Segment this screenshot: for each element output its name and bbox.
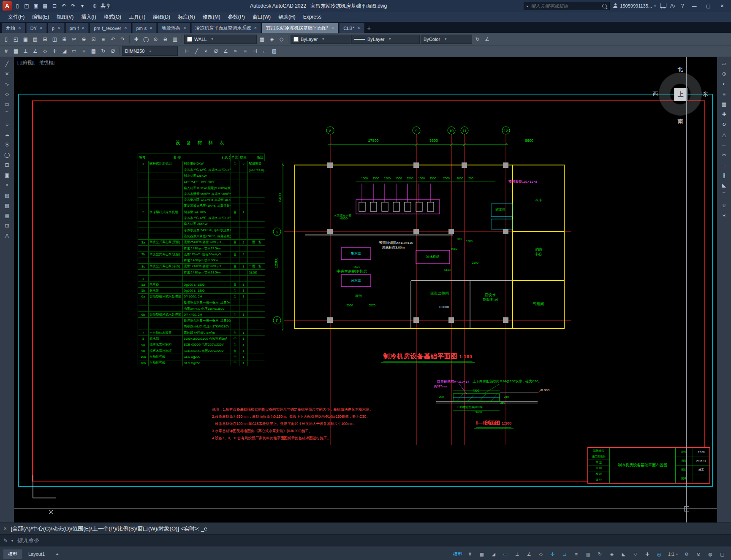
- compass-north[interactable]: 北: [678, 66, 683, 73]
- menu-parametric[interactable]: 参数(P): [224, 12, 249, 22]
- table-tool-icon[interactable]: ⊞: [2, 221, 12, 230]
- units-icon[interactable]: ∅: [109, 47, 117, 56]
- dim-aligned-icon[interactable]: ╱: [192, 47, 201, 56]
- chamfer-tool-icon[interactable]: ◣: [719, 181, 729, 189]
- dim-radius-icon[interactable]: ◐: [202, 47, 211, 56]
- compass-top-face[interactable]: 上: [674, 88, 688, 101]
- search-icon[interactable]: [602, 4, 607, 8]
- tab-close-icon[interactable]: ✕: [82, 26, 85, 30]
- make-layer-current-icon[interactable]: ◈: [267, 35, 276, 43]
- polar-icon[interactable]: ∠: [31, 47, 40, 56]
- view-compass[interactable]: 北 西 东 南 上: [649, 62, 712, 126]
- compass-west[interactable]: 西: [653, 90, 658, 98]
- tab-ldjf[interactable]: 冷冻机房平面及空调水系统 ✕: [191, 23, 261, 33]
- tab-pm-f[interactable]: pm-f ✕: [65, 23, 89, 33]
- polyline-tool-icon[interactable]: ∿: [2, 79, 12, 88]
- tab-p[interactable]: p ✕: [48, 23, 65, 33]
- line-tool-icon[interactable]: ╱: [2, 59, 12, 68]
- properties-icon[interactable]: ▥: [171, 35, 179, 43]
- command-input-row[interactable]: ✎ ▾ 键入命令: [0, 534, 731, 546]
- layer-previous-icon[interactable]: ◇: [277, 35, 286, 43]
- open-icon[interactable]: ◰: [22, 2, 31, 10]
- menu-dimension[interactable]: 标注(N): [174, 12, 199, 22]
- drawing-canvas[interactable]: [-][俯视][二维线框]: [14, 57, 717, 522]
- tab-close-icon[interactable]: ✕: [254, 26, 257, 30]
- menu-tools[interactable]: 工具(T): [125, 12, 149, 22]
- extend-tool-icon[interactable]: →: [719, 160, 729, 169]
- close-button[interactable]: ✕: [716, 1, 728, 11]
- compass-south[interactable]: 南: [678, 118, 683, 125]
- command-customize-icon[interactable]: ✎: [3, 538, 8, 544]
- dim-baseline-icon[interactable]: ≡: [241, 47, 250, 56]
- workspace-switch-icon[interactable]: ⚙: [681, 550, 692, 558]
- menu-insert[interactable]: 插入(I): [77, 12, 100, 22]
- rectangle-tool-icon[interactable]: ▭: [2, 100, 12, 108]
- snap-icon[interactable]: #: [2, 47, 11, 56]
- array-tool-icon[interactable]: ▦: [719, 100, 729, 108]
- saveas-icon[interactable]: ▤: [41, 2, 49, 10]
- insert-block-tool-icon[interactable]: ⊡: [2, 160, 12, 169]
- create-block-tool-icon[interactable]: ▣: [2, 170, 12, 179]
- model-tab[interactable]: 模型: [3, 549, 22, 559]
- qat-customize-icon[interactable]: ▾: [78, 2, 87, 10]
- command-prompt[interactable]: 键入命令: [17, 537, 39, 544]
- redo-icon[interactable]: ↷: [69, 2, 77, 10]
- tab-close-icon[interactable]: ✕: [357, 26, 360, 30]
- menu-modify[interactable]: 修改(M): [199, 12, 224, 22]
- search-field[interactable]: ▸: [524, 2, 610, 10]
- tab-active-dwg[interactable]: 宜昌东站冷冻机房基础平面图* ✕: [262, 23, 338, 33]
- tab-close-icon[interactable]: ✕: [18, 26, 21, 30]
- redo-icon[interactable]: ↷: [118, 35, 127, 43]
- tab-close-icon[interactable]: ✕: [57, 26, 60, 30]
- share-button[interactable]: ⊕ 共享: [88, 2, 113, 10]
- plot-icon[interactable]: ⊟: [50, 2, 59, 10]
- ellipse-tool-icon[interactable]: ◯: [2, 150, 12, 159]
- restore-button[interactable]: ▢: [702, 1, 715, 11]
- tab-pm-f-recover[interactable]: pm-f_recover ✕: [90, 23, 131, 33]
- command-close-icon[interactable]: ✕: [3, 526, 7, 531]
- dim-linear-icon[interactable]: ⊢: [182, 47, 191, 56]
- break-tool-icon[interactable]: ∦: [719, 170, 729, 179]
- tab-close-icon[interactable]: ✕: [183, 26, 186, 30]
- new-layout-button[interactable]: +: [51, 550, 63, 558]
- undo-icon[interactable]: ↶: [60, 2, 68, 10]
- dim-diameter-icon[interactable]: ∅: [212, 47, 220, 56]
- tab-close-icon[interactable]: ✕: [332, 26, 334, 30]
- publish-icon[interactable]: ⊞: [60, 35, 69, 43]
- menu-format[interactable]: 格式(O): [100, 12, 125, 22]
- snap-mode-icon[interactable]: ▦: [476, 550, 487, 558]
- explode-tool-icon[interactable]: ✶: [719, 211, 729, 220]
- selection-cycle-icon[interactable]: ↻: [99, 47, 108, 56]
- object-snap-icon[interactable]: □: [559, 550, 570, 558]
- model-space-toggle[interactable]: 模型: [452, 550, 464, 558]
- menu-edit[interactable]: 编辑(E): [28, 12, 53, 22]
- menu-help[interactable]: 帮助(H): [274, 12, 299, 22]
- point-tool-icon[interactable]: •: [2, 181, 12, 189]
- ortho-mode-icon[interactable]: ⊥: [512, 550, 523, 558]
- pan-icon[interactable]: ✚: [132, 35, 141, 43]
- osnap-3d-icon[interactable]: ◈: [606, 550, 617, 558]
- dim-style-icon[interactable]: ▧: [270, 47, 279, 56]
- object-snap-tracking-icon[interactable]: ✛: [547, 550, 558, 558]
- offset-tool-icon[interactable]: ≡: [719, 89, 729, 98]
- app-logo-icon[interactable]: A: [3, 1, 12, 11]
- layer-control[interactable]: WALL ▾: [184, 35, 257, 44]
- qdim-icon[interactable]: ≈: [231, 47, 240, 56]
- selection-filter-icon[interactable]: ▽: [630, 550, 641, 558]
- lineweight-icon[interactable]: ≡: [79, 47, 88, 56]
- osnap-icon[interactable]: ◇: [41, 47, 49, 56]
- quickprops-icon[interactable]: ▤: [89, 47, 98, 56]
- ortho-icon[interactable]: ⊥: [21, 47, 30, 56]
- mtext-tool-icon[interactable]: A: [2, 231, 12, 240]
- undo-icon[interactable]: ↶: [109, 35, 117, 43]
- saveas-icon[interactable]: ▤: [31, 35, 40, 43]
- scale-tool-icon[interactable]: △: [719, 130, 729, 139]
- transparency-icon[interactable]: ▥: [583, 550, 594, 558]
- annotation-scale-control[interactable]: 1:1 ▾: [666, 550, 680, 558]
- tab-close-icon[interactable]: ✕: [40, 26, 43, 30]
- isodraft-icon[interactable]: ◇: [535, 550, 546, 558]
- dim-continue-icon[interactable]: ⊣: [250, 47, 259, 56]
- join-tool-icon[interactable]: ∪: [719, 201, 729, 210]
- tab-pm-s[interactable]: pm-s ✕: [132, 23, 157, 33]
- menu-express[interactable]: Express: [299, 12, 325, 22]
